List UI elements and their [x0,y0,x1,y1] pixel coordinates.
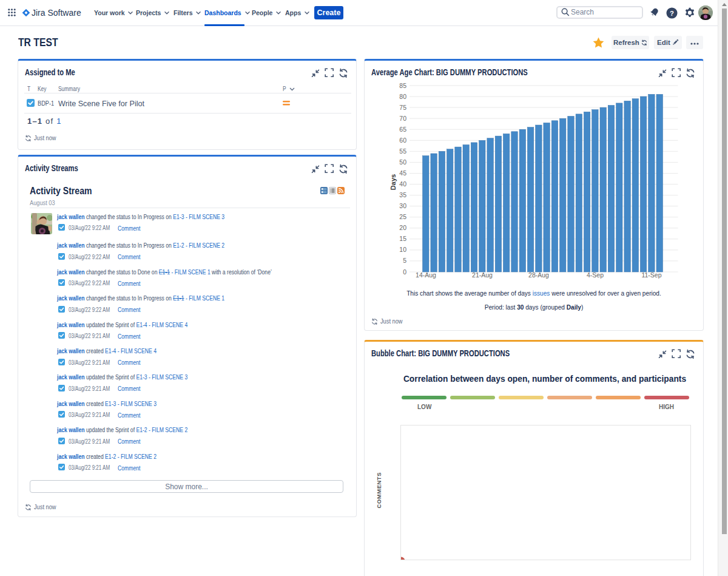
svg-text:75: 75 [399,104,406,111]
svg-text:35: 35 [399,191,406,198]
svg-text:5: 5 [403,257,406,264]
svg-text:14-Aug: 14-Aug [416,271,436,279]
svg-text:0: 0 [403,268,406,276]
svg-text:50: 50 [399,158,406,166]
svg-text:10: 10 [399,246,406,253]
svg-text:11-Sep: 11-Sep [641,271,661,279]
svg-text:60: 60 [399,137,406,144]
svg-text:70: 70 [399,115,406,122]
svg-text:80: 80 [399,93,406,100]
svg-text:20: 20 [399,224,406,231]
svg-text:30: 30 [399,202,406,209]
svg-text:?: ? [670,10,674,17]
svg-text:25: 25 [399,213,406,220]
svg-text:4-Sep: 4-Sep [587,271,604,279]
svg-text:Days: Days [389,174,397,190]
svg-text:55: 55 [399,147,406,155]
svg-text:40: 40 [399,180,406,188]
svg-text:21-Aug: 21-Aug [472,271,493,279]
svg-text:45: 45 [399,169,406,177]
svg-text:28-Aug: 28-Aug [528,271,549,279]
svg-text:85: 85 [399,82,406,89]
svg-text:15: 15 [399,235,406,242]
svg-text:65: 65 [399,126,406,133]
